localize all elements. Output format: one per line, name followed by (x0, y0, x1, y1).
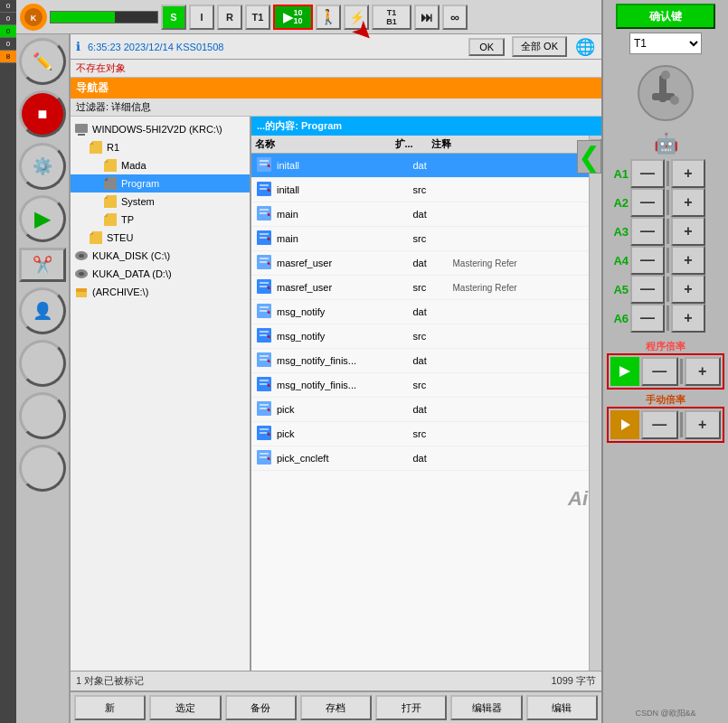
axis-a1-plus[interactable]: + (671, 159, 705, 188)
axis-row-a1: A1 — + (607, 159, 724, 188)
file-row[interactable]: pick_cncleft dat (251, 446, 589, 471)
file-row[interactable]: msg_notify_finis... src (251, 373, 589, 398)
flag-tool[interactable]: ■ (19, 90, 66, 137)
t1-button[interactable]: T1 (245, 5, 270, 30)
gear-tool[interactable]: ⚙️ (19, 143, 66, 190)
file-row[interactable]: initall dat (251, 154, 589, 178)
svg-rect-44 (260, 359, 267, 361)
tree-item-program[interactable]: Program (71, 174, 250, 192)
svg-rect-35 (260, 306, 269, 308)
s-button[interactable]: S (161, 5, 186, 30)
nav-arrow-expand[interactable]: ❮ (577, 140, 601, 174)
ok-all-button[interactable]: 全部 OK (512, 36, 567, 57)
tree-item-tp[interactable]: TP (71, 211, 250, 229)
svg-point-7 (79, 272, 84, 276)
file-icon (255, 180, 273, 200)
axis-a4-plus[interactable]: + (671, 246, 705, 275)
program-rate-minus[interactable]: — (641, 357, 678, 386)
file-table: 名称 扩... 注释 ▲ initall dat initall src (251, 136, 589, 671)
axis-divider (667, 190, 669, 215)
file-table-header: 名称 扩... 注释 ▲ (251, 136, 589, 154)
file-ext: src (413, 428, 449, 439)
ok-button[interactable]: OK (468, 38, 505, 56)
file-row[interactable]: msg_notify src (251, 324, 589, 349)
tree-item-kuka-data[interactable]: KUKA_DATA (D:\) (71, 265, 250, 283)
svg-rect-48 (260, 383, 267, 385)
axis-a1-minus[interactable]: — (630, 159, 665, 188)
skip-button[interactable]: ⏭ (414, 5, 440, 30)
svg-marker-67 (619, 366, 630, 377)
select-button[interactable]: 选定 (149, 695, 221, 720)
circle-3[interactable] (19, 445, 66, 492)
file-ext: dat (413, 355, 449, 366)
svg-rect-60 (260, 456, 267, 458)
file-row[interactable]: msg_notify dat (251, 300, 589, 324)
manual-rate-label: 手动倍率 (607, 393, 724, 407)
file-icon (255, 326, 273, 346)
file-row[interactable]: msg_notify_finis... dat (251, 349, 589, 373)
file-icon (255, 277, 273, 297)
pencil-tool[interactable]: ✏️ (19, 38, 66, 85)
file-icon (255, 351, 273, 371)
axis-a6-minus[interactable]: — (630, 304, 665, 333)
play-button[interactable]: ▶ 1010 (273, 5, 313, 30)
axis-label-a6: A6 (607, 312, 629, 325)
file-row[interactable]: masref_user dat Mastering Refer (251, 251, 589, 276)
tree-item-steu[interactable]: STEU (71, 229, 250, 247)
play-tool[interactable]: ▶ (19, 195, 66, 242)
scissors-tool[interactable]: ✂️ (19, 248, 66, 282)
file-row[interactable]: main src (251, 227, 589, 251)
manual-rate-minus[interactable]: — (641, 410, 678, 439)
t1-select[interactable]: T1 T2 AUT (629, 33, 702, 54)
file-row[interactable]: initall src (251, 178, 589, 202)
axis-a2-plus[interactable]: + (671, 188, 705, 217)
file-row[interactable]: pick dat (251, 398, 589, 422)
file-note: Mastering Refer (453, 258, 586, 268)
program-rate-play[interactable] (610, 357, 639, 386)
svg-rect-15 (260, 184, 269, 186)
bottom-toolbar: 新 选定 备份 存档 打开 编辑器 编辑 (71, 690, 601, 723)
editor-button[interactable]: 编辑器 (450, 695, 522, 720)
axis-a5-plus[interactable]: + (671, 275, 705, 304)
tree-item-r1[interactable]: R1 (71, 138, 250, 156)
svg-rect-20 (260, 212, 267, 214)
edit-button[interactable]: 编辑 (526, 695, 598, 720)
axis-a4-minus[interactable]: — (630, 246, 665, 275)
axis-a3-minus[interactable]: — (630, 217, 665, 246)
manual-rate-arrow[interactable] (610, 410, 639, 439)
tree-item-computer[interactable]: WINDOWS-5HI2V2D (KRC:\) (71, 120, 250, 138)
globe-button[interactable]: 🌐 (574, 36, 596, 58)
open-button[interactable]: 打开 (375, 695, 447, 720)
circle-1[interactable] (19, 340, 66, 387)
file-row[interactable]: pick src (251, 422, 589, 446)
new-button[interactable]: 新 (74, 695, 146, 720)
axis-a2-minus[interactable]: — (630, 188, 665, 217)
program-rate-plus[interactable]: + (685, 357, 722, 386)
indicator-2: 0 (0, 38, 16, 51)
inf-button[interactable]: ∞ (442, 5, 468, 30)
file-name: masref_user (277, 258, 410, 268)
file-list-header: ...的内容: Program (251, 117, 601, 136)
axis-a5-minus[interactable]: — (630, 275, 665, 304)
file-name: initall (277, 160, 410, 171)
circle-2[interactable] (19, 392, 66, 439)
axis-label-a3: A3 (607, 225, 629, 239)
axis-a6-plus[interactable]: + (671, 304, 705, 333)
walk-button[interactable]: 🚶 (316, 5, 341, 30)
tree-item-system[interactable]: System (71, 192, 250, 211)
svg-rect-3 (78, 134, 85, 136)
axis-a3-plus[interactable]: + (671, 217, 705, 246)
backup-button[interactable]: 备份 (225, 695, 297, 720)
archive-button[interactable]: 存档 (300, 695, 372, 720)
manual-rate-plus[interactable]: + (685, 410, 722, 439)
person-tool[interactable]: 👤 (19, 287, 66, 334)
tree-item-archive[interactable]: (ARCHIVE:\) (71, 283, 250, 301)
file-row[interactable]: masref_user src Mastering Refer (251, 276, 589, 300)
confirm-button[interactable]: 确认键 (616, 4, 715, 29)
scrollbar[interactable] (589, 136, 601, 671)
tree-item-kuka-disk[interactable]: KUKA_DISK (C:\) (71, 247, 250, 265)
i-button[interactable]: I (189, 5, 214, 30)
r-button[interactable]: R (217, 5, 242, 30)
file-row[interactable]: main dat (251, 202, 589, 227)
tree-item-mada[interactable]: Mada (71, 156, 250, 174)
